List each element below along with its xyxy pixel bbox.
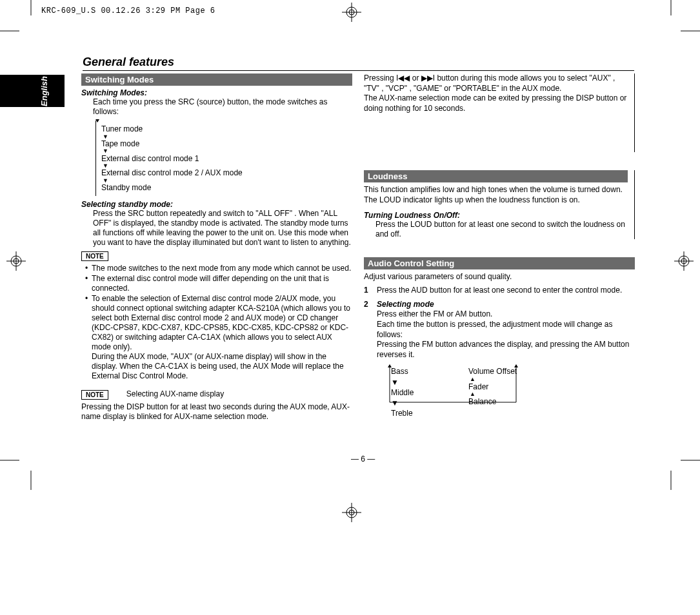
list-item: The mode switches to the next mode from … bbox=[92, 264, 351, 273]
list-item: Tape mode bbox=[101, 139, 352, 150]
list-item: Volume Offset bbox=[468, 366, 517, 376]
content-area: Switching Modes Switching Modes: Each ti… bbox=[81, 73, 636, 422]
arrow-down-icon: ▼ bbox=[391, 377, 414, 387]
sub-heading: Selecting standby mode: bbox=[81, 200, 352, 209]
body-text: This function amplifies low and high ton… bbox=[364, 185, 628, 195]
mode-sequence: Tuner mode ▼ Tape mode ▼ External disc c… bbox=[95, 121, 352, 196]
list-item: External disc control mode 1 bbox=[101, 154, 352, 164]
arrow-down-icon: ▼ bbox=[103, 164, 352, 168]
body-text: The LOUD indicator lights up when the lo… bbox=[364, 195, 628, 206]
body-text: Press the SRC button repeatedly and swit… bbox=[93, 209, 352, 248]
body-text: The AUX-name selection mode can be exite… bbox=[364, 93, 628, 113]
arrow-up-icon: ▲ bbox=[470, 377, 517, 382]
body-text: Press the LOUD button for at least one s… bbox=[375, 220, 628, 239]
audio-mode-sequence: Bass ▼ Middle ▼ Treble Volume Offset ▲ F… bbox=[391, 364, 635, 409]
step-number: 2 bbox=[364, 300, 372, 409]
list-item: External disc control mode 2 / AUX mode bbox=[101, 168, 352, 179]
right-column: Pressing I◀◀ or ▶▶I button during this m… bbox=[364, 73, 635, 422]
list-item: Fader bbox=[468, 382, 517, 392]
body-text: Press either the FM or AM button. bbox=[377, 309, 635, 320]
list-item: Middle bbox=[391, 387, 414, 398]
arrow-down-icon: ▼ bbox=[103, 149, 352, 153]
page-title: General features bbox=[83, 55, 634, 71]
audio-control-block: Audio Control Setting Adjust various par… bbox=[364, 257, 635, 409]
body-text: Pressing I◀◀ or ▶▶I button during this m… bbox=[364, 73, 628, 93]
language-tab: English bbox=[0, 75, 65, 107]
bullet-list: •The mode switches to the next mode from… bbox=[85, 264, 352, 381]
track-next-icon: ▶▶I bbox=[421, 73, 435, 83]
body-text: Each time you press the SRC (source) but… bbox=[93, 97, 352, 117]
language-label: English bbox=[39, 76, 49, 106]
arrow-down-icon bbox=[95, 119, 101, 124]
body-text: Press the AUD button for at least one se… bbox=[377, 286, 622, 296]
arrow-down-icon: ▼ bbox=[103, 179, 352, 183]
track-prev-icon: I◀◀ bbox=[396, 73, 410, 83]
body-text: Pressing the DISP button for at least tw… bbox=[81, 402, 352, 422]
note-heading-row: NOTE Selecting AUX-name display bbox=[81, 386, 352, 402]
bullet-icon: • bbox=[85, 264, 92, 273]
body-text: Adjust various parameters of sound quali… bbox=[364, 272, 635, 282]
body-text: Pressing the FM button advances the disp… bbox=[377, 340, 635, 360]
arrow-down-icon: ▼ bbox=[103, 135, 352, 139]
svg-marker-24 bbox=[95, 119, 99, 122]
arrow-up-icon: ▲ bbox=[470, 392, 517, 396]
bullet-icon: • bbox=[85, 294, 92, 381]
loudness-block: Loudness This function amplifies low and… bbox=[364, 170, 635, 239]
list-item: Treble bbox=[391, 408, 414, 418]
body-text: Each time the button is pressed, the adj… bbox=[377, 320, 635, 340]
section-heading-switching-modes: Switching Modes bbox=[81, 73, 352, 86]
sub-heading: Turning Loudness On/Off: bbox=[364, 211, 628, 220]
list-item: To enable the selection of External disc… bbox=[92, 294, 352, 381]
list-item: The external disc control mode will diff… bbox=[92, 274, 352, 293]
left-column: Switching Modes Switching Modes: Each ti… bbox=[81, 73, 352, 422]
sub-heading: Selecting mode bbox=[377, 300, 635, 310]
list-item: Balance bbox=[468, 396, 517, 407]
list-item: Bass bbox=[391, 366, 414, 376]
numbered-steps: 1 Press the AUD button for at least one … bbox=[364, 286, 635, 409]
page-number: — 6 — bbox=[351, 454, 375, 464]
arrow-down-icon: ▼ bbox=[391, 398, 414, 408]
bullet-icon: • bbox=[85, 274, 92, 293]
note-badge: NOTE bbox=[81, 251, 108, 261]
list-item: Standby mode bbox=[101, 183, 352, 193]
list-item: Tuner mode bbox=[101, 124, 352, 135]
aux-name-continuation: Pressing I◀◀ or ▶▶I button during this m… bbox=[364, 73, 635, 152]
step-number: 1 bbox=[364, 286, 372, 296]
note-badge: NOTE bbox=[81, 390, 108, 400]
section-heading-audio-control: Audio Control Setting bbox=[364, 257, 635, 269]
section-heading-loudness: Loudness bbox=[364, 170, 628, 182]
sub-heading: Switching Modes: bbox=[81, 88, 352, 97]
note-title: Selecting AUX-name display bbox=[126, 389, 224, 398]
